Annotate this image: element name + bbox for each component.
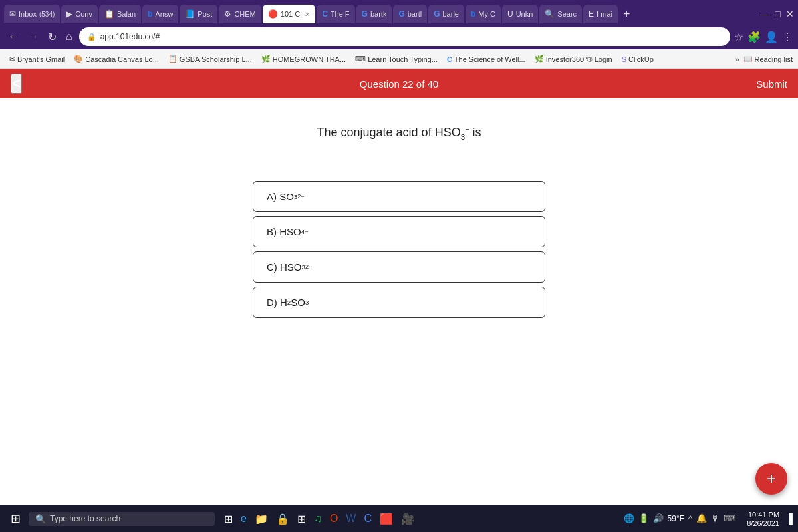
tab-gmail[interactable]: ✉ Inbox (534)	[4, 5, 60, 23]
quiz-header: < Question 22 of 40 Submit	[0, 69, 798, 98]
tab-answ-label: Answ	[155, 10, 173, 18]
taskbar-spotify[interactable]: ♫	[313, 511, 323, 526]
tab-myc[interactable]: b My C	[466, 5, 501, 23]
address-bar: ← → ↻ ⌂ 🔒 app.101edu.co/# ☆ 🧩 👤 ⋮	[0, 24, 798, 49]
tab-barle-label: barle	[443, 10, 459, 18]
extensions-icon[interactable]: 🧩	[747, 31, 761, 43]
close-icon[interactable]: ✕	[786, 9, 794, 19]
taskbar-office[interactable]: O	[329, 511, 339, 526]
taskbar-tiles[interactable]: ⊞	[296, 511, 307, 527]
restore-icon[interactable]: □	[775, 9, 781, 19]
chevron-up-icon[interactable]: ^	[688, 513, 692, 523]
clickup-bookmark-icon: S	[622, 55, 626, 63]
answer-d[interactable]: D) H2SO3	[253, 287, 545, 318]
taskbar-time: 10:41 PM	[748, 510, 779, 519]
bookmark-gsba-label: GSBA Scholarship L...	[180, 55, 252, 63]
tab-answ[interactable]: b Answ	[142, 5, 178, 23]
tab-post[interactable]: 📘 Post	[180, 5, 217, 23]
tab-controls: — □ ✕	[761, 9, 794, 19]
tab-thef[interactable]: C The F	[317, 5, 354, 23]
bookmark-clickup[interactable]: S ClickUp	[618, 54, 658, 65]
minimize-icon[interactable]: —	[761, 9, 770, 19]
bookmark-gsba[interactable]: 📋 GSBA Scholarship L...	[164, 53, 256, 65]
tab-bartk[interactable]: G bartk	[356, 5, 392, 23]
answer-c[interactable]: C) HSO32−	[253, 251, 545, 283]
tab-101ci-close[interactable]: ✕	[305, 11, 310, 18]
answer-b[interactable]: B) HSO4−	[253, 216, 545, 247]
keyboard-icon[interactable]: ⌨	[724, 513, 736, 523]
taskbar-app2[interactable]: 🟥	[378, 511, 394, 527]
tab-barle[interactable]: G barle	[428, 5, 464, 23]
101ci-icon: 🔴	[268, 9, 278, 19]
typing-bookmark-icon: ⌨	[355, 55, 366, 63]
gmail-icon: ✉	[9, 9, 16, 19]
tab-unkn[interactable]: U Unkn	[502, 5, 538, 23]
tab-conv[interactable]: ▶ Conv	[61, 5, 98, 23]
tab-searc[interactable]: 🔍 Searc	[539, 5, 582, 23]
fab-button[interactable]: +	[755, 463, 787, 495]
tab-bartk-label: bartk	[370, 10, 386, 18]
show-desktop-button[interactable]: ▐	[786, 513, 793, 524]
taskbar-search[interactable]: 🔍 Type here to search	[29, 512, 215, 526]
bookmark-typing-label: Learn Touch Typing...	[368, 55, 438, 63]
bookmark-science[interactable]: C The Science of Well...	[443, 54, 529, 65]
back-button[interactable]: ←	[5, 29, 21, 44]
tab-gmail-badge: (534)	[39, 11, 55, 18]
bookmark-science-label: The Science of Well...	[454, 55, 525, 63]
question-info: Question 22 of 40	[360, 78, 438, 90]
start-button[interactable]: ⊞	[5, 511, 26, 526]
post-icon: 📘	[185, 9, 195, 19]
forward-button[interactable]: →	[25, 29, 41, 44]
reading-list-label: Reading list	[755, 55, 793, 63]
taskbar-cam[interactable]: 🎥	[400, 511, 416, 527]
balance-icon: 📋	[104, 9, 114, 19]
taskbar-task-view[interactable]: ⊞	[223, 511, 234, 527]
bookmark-canvas[interactable]: 🎨 Cascadia Canvas Lo...	[70, 53, 163, 65]
bookmark-gmail-label: Bryant's Gmail	[17, 55, 65, 63]
thef-icon: C	[322, 9, 328, 19]
bartl-icon: G	[398, 9, 404, 19]
bookmark-homegrown[interactable]: 🌿 HOMEGROWN TRA...	[257, 53, 350, 65]
bookmark-investor[interactable]: 🌿 Investor360°® Login	[531, 53, 616, 65]
tab-balance[interactable]: 📋 Balan	[99, 5, 141, 23]
bookmark-homegrown-label: HOMEGROWN TRA...	[273, 55, 346, 63]
tab-unkn-label: Unkn	[516, 10, 533, 18]
science-bookmark-icon: C	[447, 55, 452, 63]
profile-icon[interactable]: 👤	[765, 31, 778, 43]
submit-button[interactable]: Submit	[756, 78, 787, 90]
back-button[interactable]: <	[11, 74, 22, 94]
url-box[interactable]: 🔒 app.101edu.co/#	[79, 27, 730, 46]
star-icon[interactable]: ☆	[734, 31, 743, 43]
taskbar-chrome[interactable]: C	[362, 511, 373, 526]
bookmark-typing[interactable]: ⌨ Learn Touch Typing...	[351, 53, 442, 65]
browser-chrome: ✉ Inbox (534) ▶ Conv 📋 Balan b Answ 📘 Po…	[0, 0, 798, 69]
answer-a[interactable]: A) SO32−	[253, 181, 545, 212]
reading-list[interactable]: 📖 Reading list	[743, 55, 793, 63]
volume-icon[interactable]: 🔊	[653, 513, 664, 523]
home-button[interactable]: ⌂	[63, 29, 75, 44]
myc-icon: b	[471, 9, 475, 19]
battery-icon[interactable]: 🔋	[638, 513, 649, 523]
menu-icon[interactable]: ⋮	[782, 31, 793, 43]
tab-imai[interactable]: E I mai	[583, 5, 618, 23]
taskbar-pinned-icons: ⊞ e 📁 🔒 ⊞ ♫ O W C 🟥 🎥	[223, 511, 416, 527]
tab-conv-label: Conv	[75, 10, 92, 18]
refresh-button[interactable]: ↻	[45, 29, 59, 45]
tab-101ci[interactable]: 🔴 101 CI ✕	[263, 5, 315, 23]
tab-chem[interactable]: ⚙ CHEM	[219, 5, 261, 23]
taskbar-edge[interactable]: e	[239, 511, 248, 526]
tab-bartl[interactable]: G bartl	[393, 5, 427, 23]
quiz-content: The conjugate acid of HSO3− is A) SO32− …	[0, 98, 798, 505]
taskbar-lock[interactable]: 🔒	[275, 511, 291, 527]
wifi-icon[interactable]: 🌐	[624, 513, 634, 523]
taskbar-word[interactable]: W	[344, 511, 357, 526]
bookmark-gmail[interactable]: ✉ Bryant's Gmail	[5, 53, 68, 65]
notification-icon[interactable]: 🔔	[696, 513, 707, 523]
bookmark-investor-label: Investor360°® Login	[546, 55, 612, 63]
new-tab-button[interactable]: +	[619, 7, 634, 21]
homegrown-bookmark-icon: 🌿	[261, 55, 271, 63]
bookmarks-more[interactable]: »	[735, 55, 739, 63]
bookmark-clickup-label: ClickUp	[628, 55, 654, 63]
mic-icon[interactable]: 🎙	[711, 513, 720, 523]
taskbar-explorer[interactable]: 📁	[253, 511, 269, 527]
